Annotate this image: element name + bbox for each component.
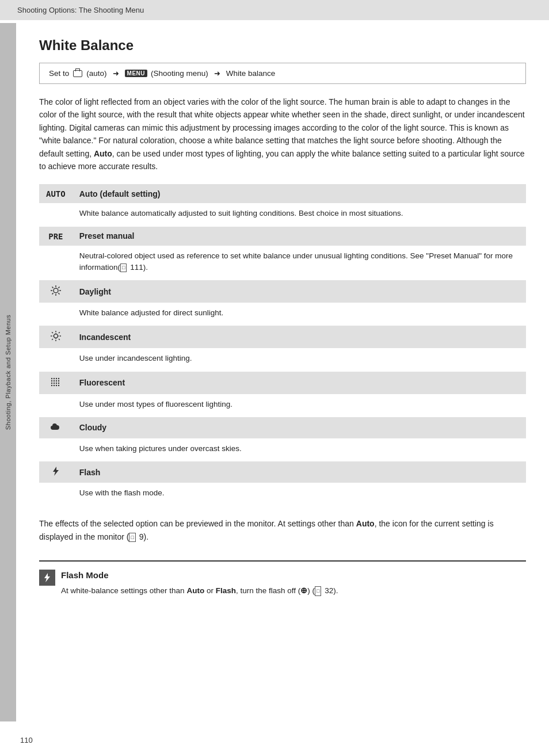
- nav-box: Set to (auto) ➜ MENU (Shooting menu) ➜ W…: [39, 63, 526, 84]
- svg-point-29: [58, 380, 59, 381]
- intro-bold-auto: Auto: [94, 149, 112, 158]
- nav-menu-desc: (Shooting menu): [151, 69, 208, 78]
- svg-line-5: [52, 287, 53, 288]
- svg-point-31: [54, 382, 55, 383]
- svg-point-26: [51, 380, 52, 381]
- wb-label-pre: Preset manual: [73, 227, 526, 246]
- flash-mode-content: Flash Mode At white-balance settings oth…: [61, 568, 338, 597]
- svg-point-33: [58, 382, 59, 383]
- wb-icon-flash-empty: [39, 483, 73, 506]
- wb-desc-fluorescent: Use under most types of fluorescent ligh…: [73, 394, 526, 417]
- table-row: Neutral-colored object used as reference…: [39, 246, 526, 281]
- sidebar-label: Shooting, Playback and Setup Menus: [5, 315, 12, 430]
- wb-icon-daylight: [39, 280, 73, 303]
- svg-point-37: [58, 384, 59, 385]
- topbar-label: Shooting Options: The Shooting Menu: [17, 6, 144, 14]
- camera-icon: [73, 70, 82, 77]
- wb-desc-daylight: White balance adjusted for direct sunlig…: [73, 303, 526, 326]
- svg-point-0: [54, 288, 58, 293]
- table-row: Use under incandescent lighting.: [39, 348, 526, 371]
- sidebar: Shooting, Playback and Setup Menus: [0, 23, 16, 721]
- table-row: Fluorescent: [39, 372, 526, 394]
- nav-arrow1: ➜: [113, 69, 119, 78]
- wb-icon-auto-empty: [39, 203, 73, 226]
- wb-desc-auto: White balance automatically adjusted to …: [73, 203, 526, 226]
- flash-symbol: ⊕: [300, 586, 307, 595]
- book-ref-icon-flash: □: [315, 586, 321, 595]
- flash-wb-icon: [51, 466, 61, 476]
- flash-mode-section: Flash Mode At white-balance settings oth…: [39, 560, 526, 597]
- svg-line-16: [59, 333, 60, 334]
- wb-desc-cloudy: Use when taking pictures under overcast …: [73, 438, 526, 461]
- table-row: Daylight: [39, 280, 526, 303]
- table-row: Use under most types of fluorescent ligh…: [39, 394, 526, 417]
- svg-point-22: [51, 377, 52, 379]
- wb-icon-incandescent-empty: [39, 348, 73, 371]
- svg-point-30: [51, 382, 52, 383]
- flash-bold-flash: Flash: [216, 586, 236, 595]
- wb-icon-flash: [39, 461, 73, 483]
- svg-line-6: [58, 293, 59, 294]
- daylight-sun-icon: [50, 285, 62, 296]
- svg-line-7: [58, 287, 59, 288]
- wb-desc-pre: Neutral-colored object used as reference…: [73, 246, 526, 281]
- wb-desc-flash: Use with the flash mode.: [73, 483, 526, 506]
- svg-line-17: [52, 339, 53, 340]
- table-row: White balance adjusted for direct sunlig…: [39, 303, 526, 326]
- nav-arrow2: ➜: [214, 69, 220, 78]
- wb-label-cloudy: Cloudy: [73, 417, 526, 438]
- table-row: AUTO Auto (default setting): [39, 184, 526, 203]
- page-title: White Balance: [39, 37, 526, 54]
- svg-point-24: [56, 377, 57, 379]
- wb-icon-daylight-empty: [39, 303, 73, 326]
- table-row: Use when taking pictures under overcast …: [39, 438, 526, 461]
- main-content: White Balance Set to (auto) ➜ MENU (Shoo…: [16, 20, 549, 620]
- svg-point-27: [54, 380, 55, 381]
- svg-line-14: [52, 333, 53, 334]
- intro-paragraph: The color of light reflected from an obj…: [39, 96, 526, 173]
- nav-wb: White balance: [226, 69, 276, 78]
- svg-line-8: [52, 293, 53, 294]
- wb-icon-cloudy: [39, 417, 73, 438]
- wb-label-incandescent: Incandescent: [73, 326, 526, 348]
- wb-icon-fluorescent-empty: [39, 394, 73, 417]
- settings-table: AUTO Auto (default setting) White balanc…: [39, 184, 526, 506]
- page-number: 110: [20, 736, 33, 744]
- flash-mode-title: Flash Mode: [61, 568, 338, 582]
- book-ref-icon: □: [120, 264, 127, 273]
- svg-point-25: [58, 377, 59, 379]
- wb-label-daylight: Daylight: [73, 280, 526, 303]
- cloudy-icon: [49, 422, 62, 432]
- table-row: White balance automatically adjusted to …: [39, 203, 526, 226]
- svg-line-15: [59, 339, 60, 340]
- fluorescent-icon: [49, 376, 62, 388]
- wb-icon-fluorescent: [39, 372, 73, 394]
- svg-point-34: [51, 384, 52, 385]
- wb-icon-auto: AUTO: [39, 184, 73, 203]
- wb-icon-incandescent: [39, 326, 73, 348]
- nav-auto: (auto): [86, 69, 106, 78]
- wb-label-fluorescent: Fluorescent: [73, 372, 526, 394]
- wb-icon-pre-empty: [39, 246, 73, 281]
- table-row: Cloudy: [39, 417, 526, 438]
- book-ref-icon-footer: □: [129, 533, 135, 542]
- top-bar: Shooting Options: The Shooting Menu: [0, 0, 549, 20]
- flash-mode-icon-box: [39, 570, 55, 586]
- svg-point-9: [54, 334, 58, 338]
- menu-icon: MENU: [125, 70, 147, 77]
- svg-point-23: [54, 377, 55, 379]
- table-row: PRE Preset manual: [39, 227, 526, 246]
- svg-point-35: [54, 384, 55, 385]
- footer-bold-auto: Auto: [356, 519, 375, 528]
- nav-prefix: Set to: [49, 69, 69, 78]
- incandescent-icon: [50, 330, 62, 342]
- svg-point-36: [56, 384, 57, 385]
- wb-label-flash: Flash: [73, 461, 526, 483]
- flash-mode-text: At white-balance settings other than Aut…: [61, 585, 338, 597]
- table-row: Incandescent: [39, 326, 526, 348]
- wb-icon-pre: PRE: [39, 227, 73, 246]
- table-row: Flash: [39, 461, 526, 483]
- flash-bold-auto: Auto: [186, 586, 204, 595]
- wb-desc-incandescent: Use under incandescent lighting.: [73, 348, 526, 371]
- wb-icon-cloudy-empty: [39, 438, 73, 461]
